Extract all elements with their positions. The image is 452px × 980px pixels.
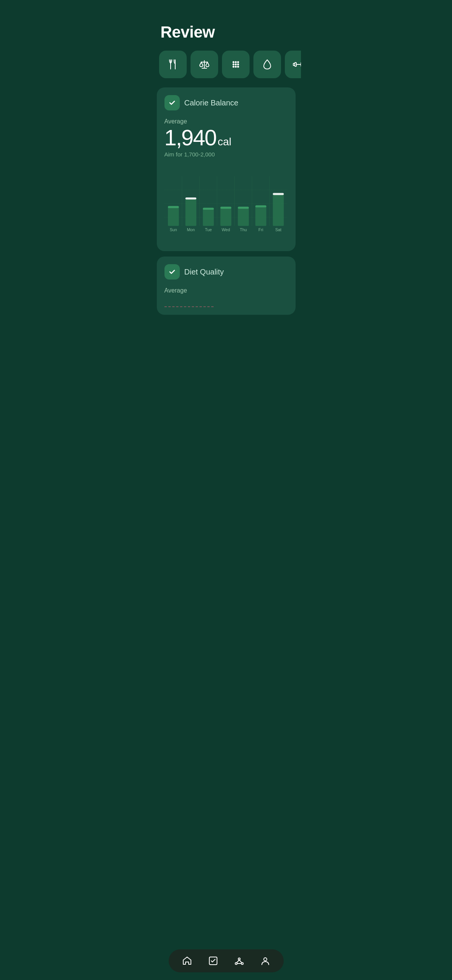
svg-text:Sat: Sat bbox=[275, 227, 281, 232]
svg-point-13 bbox=[235, 66, 237, 68]
check-badge-calorie bbox=[164, 95, 180, 110]
svg-text:Mon: Mon bbox=[187, 227, 195, 232]
svg-text:Fri: Fri bbox=[258, 227, 263, 232]
svg-rect-40 bbox=[255, 206, 266, 226]
diet-quality-card: Diet Quality Average bbox=[157, 257, 296, 315]
svg-rect-42 bbox=[273, 194, 284, 226]
svg-rect-33 bbox=[185, 197, 196, 199]
category-btn-balance[interactable] bbox=[191, 51, 218, 78]
svg-rect-41 bbox=[255, 205, 266, 207]
svg-text:Sun: Sun bbox=[169, 227, 177, 232]
svg-rect-39 bbox=[238, 207, 249, 209]
svg-text:Thu: Thu bbox=[240, 227, 247, 232]
svg-point-14 bbox=[237, 66, 239, 68]
card-title-calorie: Calorie Balance bbox=[184, 99, 238, 107]
check-badge-diet bbox=[164, 264, 180, 280]
svg-rect-30 bbox=[168, 207, 179, 226]
svg-rect-36 bbox=[220, 208, 231, 226]
calorie-chart: Sun Mon Tue Wed Thu Fri Sat bbox=[164, 165, 288, 243]
page-title: Review bbox=[151, 19, 301, 51]
svg-point-7 bbox=[235, 61, 237, 63]
svg-rect-35 bbox=[203, 208, 214, 210]
stat-range-calorie: Aim for 1,700-2,000 bbox=[164, 151, 288, 158]
svg-rect-34 bbox=[203, 209, 214, 226]
category-btn-hydration[interactable] bbox=[253, 51, 281, 78]
stat-label-calorie: Average bbox=[164, 118, 288, 125]
diet-quality-avg-label: Average bbox=[164, 287, 288, 294]
category-btn-macro[interactable] bbox=[222, 51, 250, 78]
svg-point-11 bbox=[237, 64, 239, 66]
svg-point-8 bbox=[237, 61, 239, 63]
svg-point-10 bbox=[235, 64, 237, 66]
svg-rect-37 bbox=[220, 207, 231, 209]
svg-point-6 bbox=[232, 61, 234, 63]
diet-quality-header: Diet Quality bbox=[164, 264, 288, 280]
svg-rect-38 bbox=[238, 208, 249, 226]
stat-value-calorie: 1,940cal bbox=[164, 127, 288, 149]
category-row bbox=[151, 51, 301, 87]
svg-rect-31 bbox=[168, 206, 179, 208]
calorie-balance-card: Calorie Balance Average 1,940cal Aim for… bbox=[157, 87, 296, 251]
category-btn-nutrition[interactable] bbox=[159, 51, 187, 78]
card-header: Calorie Balance bbox=[164, 95, 288, 110]
svg-text:Wed: Wed bbox=[222, 227, 230, 232]
svg-rect-32 bbox=[185, 199, 196, 226]
status-bar bbox=[151, 0, 301, 19]
svg-point-9 bbox=[232, 64, 234, 66]
svg-rect-43 bbox=[273, 193, 284, 195]
svg-point-12 bbox=[232, 66, 234, 68]
svg-text:Tue: Tue bbox=[205, 227, 212, 232]
category-btn-fitness[interactable] bbox=[285, 51, 301, 78]
diet-quality-title: Diet Quality bbox=[184, 268, 224, 276]
